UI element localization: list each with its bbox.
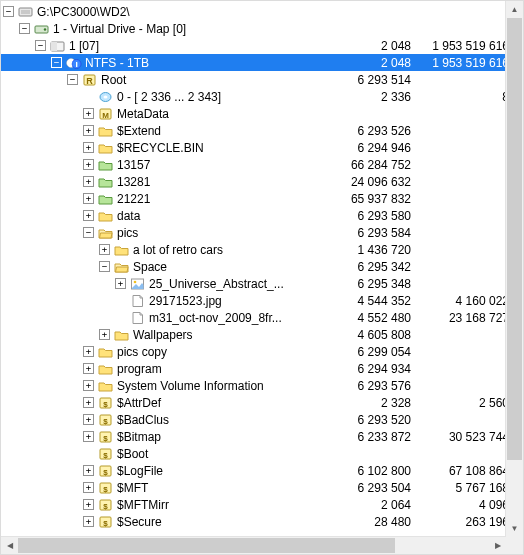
expand-toggle[interactable]: + — [83, 176, 94, 187]
scroll-up-button[interactable]: ▲ — [506, 1, 523, 18]
horizontal-scrollbar[interactable]: ◀ ▶ — [1, 536, 506, 554]
node-label[interactable]: Root — [101, 73, 132, 87]
expand-toggle[interactable]: + — [83, 159, 94, 170]
tree-row[interactable]: +System Volume Information6 293 576 — [1, 377, 523, 394]
tree-row[interactable]: +$$MFT6 293 5045 767 168 — [1, 479, 523, 496]
node-label[interactable]: m31_oct-nov_2009_8fr... — [149, 311, 288, 325]
tree-row[interactable]: −RRoot6 293 514 — [1, 71, 523, 88]
tree-row[interactable]: −Space6 295 342 — [1, 258, 523, 275]
expand-toggle[interactable]: + — [83, 380, 94, 391]
expand-toggle[interactable]: + — [83, 346, 94, 357]
vertical-scrollbar[interactable]: ▲ ▼ — [505, 1, 523, 537]
collapse-toggle[interactable]: − — [51, 57, 62, 68]
node-label[interactable]: program — [117, 362, 168, 376]
collapse-toggle[interactable]: − — [35, 40, 46, 51]
node-label[interactable]: $Extend — [117, 124, 167, 138]
expand-toggle[interactable]: + — [115, 278, 126, 289]
node-label[interactable]: System Volume Information — [117, 379, 270, 393]
expand-toggle[interactable]: + — [83, 193, 94, 204]
expand-toggle[interactable]: + — [83, 499, 94, 510]
tree-row[interactable]: −iNTFS - 1TB2 0481 953 519 616 — [1, 54, 523, 71]
tree-row[interactable]: +Wallpapers4 605 808 — [1, 326, 523, 343]
tree-row[interactable]: +$$MFTMirr2 0644 096 — [1, 496, 523, 513]
scroll-right-button[interactable]: ▶ — [489, 537, 506, 554]
tree-row[interactable]: +1315766 284 752 — [1, 156, 523, 173]
node-label[interactable]: $AttrDef — [117, 396, 167, 410]
horizontal-scroll-thumb[interactable] — [18, 538, 395, 553]
node-label[interactable]: 0 - [ 2 336 ... 2 343] — [117, 90, 227, 104]
node-label[interactable]: 21221 — [117, 192, 156, 206]
node-label[interactable]: $BadClus — [117, 413, 175, 427]
tree-row[interactable]: −pics6 293 584 — [1, 224, 523, 241]
node-label[interactable]: 25_Universe_Abstract_... — [149, 277, 290, 291]
node-label[interactable]: data — [117, 209, 146, 223]
tree-row[interactable]: −G:\PC3000\WD2\ — [1, 3, 523, 20]
node-label[interactable]: $LogFile — [117, 464, 169, 478]
tree-row[interactable]: +pics copy6 299 054 — [1, 343, 523, 360]
expand-toggle[interactable]: + — [83, 125, 94, 136]
node-label[interactable]: Wallpapers — [133, 328, 199, 342]
tree-row[interactable]: +25_Universe_Abstract_...6 295 348 — [1, 275, 523, 292]
collapse-toggle[interactable]: − — [3, 6, 14, 17]
horizontal-scroll-track[interactable] — [18, 537, 489, 554]
expand-toggle[interactable]: + — [83, 431, 94, 442]
node-label[interactable]: $RECYCLE.BIN — [117, 141, 210, 155]
collapse-toggle[interactable]: − — [83, 227, 94, 238]
expand-toggle[interactable]: + — [83, 363, 94, 374]
scroll-down-button[interactable]: ▼ — [506, 520, 523, 537]
node-label[interactable]: pics copy — [117, 345, 173, 359]
scroll-left-button[interactable]: ◀ — [1, 537, 18, 554]
node-label[interactable]: $Bitmap — [117, 430, 167, 444]
node-label[interactable]: 29171523.jpg — [149, 294, 228, 308]
directory-tree[interactable]: −G:\PC3000\WD2\−1 - Virtual Drive - Map … — [1, 1, 523, 530]
tree-row[interactable]: +$$Secure28 480263 196 — [1, 513, 523, 530]
expand-toggle[interactable]: + — [83, 397, 94, 408]
tree-row[interactable]: −1 - Virtual Drive - Map [0] — [1, 20, 523, 37]
node-label[interactable]: a lot of retro cars — [133, 243, 229, 257]
node-label[interactable]: 13157 — [117, 158, 156, 172]
tree-row[interactable]: +2122165 937 832 — [1, 190, 523, 207]
tree-row[interactable]: 29171523.jpg4 544 3524 160 022 — [1, 292, 523, 309]
tree-row[interactable]: +$$AttrDef2 3282 560 — [1, 394, 523, 411]
expand-toggle[interactable]: + — [83, 516, 94, 527]
tree-row[interactable]: m31_oct-nov_2009_8fr...4 552 48023 168 7… — [1, 309, 523, 326]
expand-toggle[interactable]: + — [83, 108, 94, 119]
node-label[interactable]: 1 [07] — [69, 39, 105, 53]
tree-row[interactable]: +data6 293 580 — [1, 207, 523, 224]
node-label[interactable]: pics — [117, 226, 144, 240]
expand-toggle[interactable]: + — [83, 210, 94, 221]
node-label[interactable]: 1 - Virtual Drive - Map [0] — [53, 22, 192, 36]
tree-row[interactable]: +MMetaData — [1, 105, 523, 122]
node-label[interactable]: Space — [133, 260, 173, 274]
node-label[interactable]: $MFT — [117, 481, 154, 495]
node-label[interactable]: $MFTMirr — [117, 498, 175, 512]
vertical-scroll-thumb[interactable] — [507, 18, 522, 460]
tree-row[interactable]: $$Boot — [1, 445, 523, 462]
vertical-scroll-track[interactable] — [506, 18, 523, 520]
collapse-toggle[interactable]: − — [99, 261, 110, 272]
tree-row[interactable]: +program6 294 934 — [1, 360, 523, 377]
collapse-toggle[interactable]: − — [19, 23, 30, 34]
tree-row[interactable]: 0 - [ 2 336 ... 2 343]2 3368 — [1, 88, 523, 105]
expand-toggle[interactable]: + — [83, 482, 94, 493]
node-label[interactable]: $Boot — [117, 447, 154, 461]
tree-row[interactable]: +$Extend6 293 526 — [1, 122, 523, 139]
tree-row[interactable]: +$$BadClus6 293 520 — [1, 411, 523, 428]
expand-toggle[interactable]: + — [99, 329, 110, 340]
tree-row[interactable]: +1328124 096 632 — [1, 173, 523, 190]
tree-row[interactable]: +$$LogFile6 102 80067 108 864 — [1, 462, 523, 479]
expand-toggle[interactable]: + — [83, 465, 94, 476]
tree-row[interactable]: −1 [07]2 0481 953 519 616 — [1, 37, 523, 54]
expand-toggle[interactable]: + — [83, 142, 94, 153]
node-label[interactable]: 13281 — [117, 175, 156, 189]
node-label[interactable]: G:\PC3000\WD2\ — [37, 5, 136, 19]
node-label[interactable]: NTFS - 1TB — [85, 56, 155, 70]
node-label[interactable]: $Secure — [117, 515, 168, 529]
tree-row[interactable]: +$$Bitmap6 233 87230 523 744 — [1, 428, 523, 445]
expand-toggle[interactable]: + — [99, 244, 110, 255]
tree-row[interactable]: +$RECYCLE.BIN6 294 946 — [1, 139, 523, 156]
expand-toggle[interactable]: + — [83, 414, 94, 425]
collapse-toggle[interactable]: − — [67, 74, 78, 85]
node-label[interactable]: MetaData — [117, 107, 175, 121]
tree-row[interactable]: +a lot of retro cars1 436 720 — [1, 241, 523, 258]
